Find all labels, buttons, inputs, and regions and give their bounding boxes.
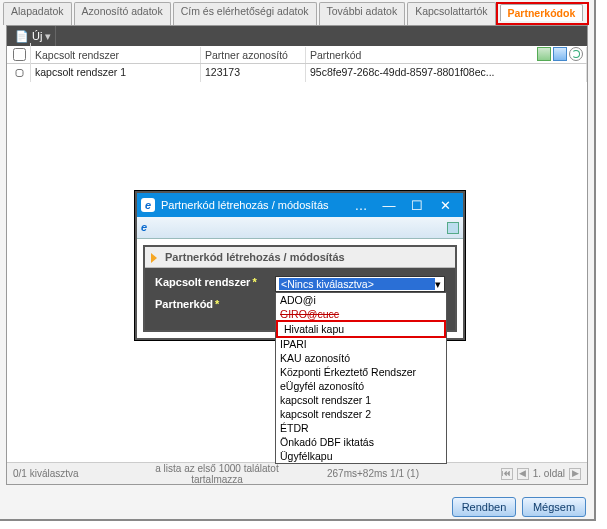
select-all-checkbox[interactable] xyxy=(13,48,26,61)
lock-icon xyxy=(447,222,459,234)
pager-page: 1. oldal xyxy=(533,468,565,479)
option-highlight: Hivatali kapu xyxy=(276,320,446,338)
row-checkbox[interactable] xyxy=(13,69,26,77)
tab-highlight: Partnerkódok xyxy=(496,2,590,25)
status-list-info: a lista az első 1000 találatot tartalmaz… xyxy=(137,463,297,485)
pager-next-icon[interactable]: ▶ xyxy=(569,468,581,480)
header-system[interactable]: Kapcsolt rendszer xyxy=(31,47,201,63)
dropdown-option[interactable]: Önkadó DBF iktatás xyxy=(276,435,446,449)
dropdown-option[interactable]: ADO@i xyxy=(276,293,446,307)
system-selected-value: <Nincs kiválasztva> xyxy=(279,278,435,290)
dropdown-caret-icon: ▾ xyxy=(45,30,51,43)
dropdown-option[interactable]: IPARI xyxy=(276,337,446,351)
dropdown-option[interactable]: ÉTDR xyxy=(276,421,446,435)
refresh-icon[interactable] xyxy=(569,47,583,61)
hide-address-bar-icon[interactable]: … xyxy=(347,195,375,215)
dropdown-option[interactable]: Ügyfélkapu xyxy=(276,449,446,463)
main-window: Alapadatok Azonosító adatok Cím és elérh… xyxy=(0,0,596,521)
system-dropdown: ADO@iGIRO@cuccHivatali kapuIPARIKAU azon… xyxy=(275,292,447,464)
modal-inner-title: Partnerkód létrehozás / módosítás xyxy=(145,247,455,268)
list-toolbar: 📄 Új ▾ xyxy=(7,26,587,46)
status-bar: 0/1 kiválasztva a lista az első 1000 tal… xyxy=(7,462,587,484)
export-icon[interactable] xyxy=(537,47,551,61)
tab-tovabbi[interactable]: További adatok xyxy=(319,2,406,25)
dropdown-option[interactable]: Hivatali kapu xyxy=(280,322,442,336)
pager-prev-icon[interactable]: ◀ xyxy=(517,468,529,480)
partnercode-modal: e Partnerkód létrehozás / módosítás … — … xyxy=(135,191,465,340)
dropdown-option[interactable]: Központi Érkeztető Rendszer xyxy=(276,365,446,379)
header-partner-id[interactable]: Partner azonosító xyxy=(201,47,306,63)
modal-form: Kapcsolt rendszer* <Nincs kiválasztva> ▾… xyxy=(145,268,455,330)
system-select[interactable]: <Nincs kiválasztva> ▾ ADO@iGIRO@cuccHiva… xyxy=(275,276,445,292)
maximize-icon[interactable]: ☐ xyxy=(403,195,431,215)
modal-inner: Partnerkód létrehozás / módosítás Kapcso… xyxy=(143,245,457,332)
tab-alapadatok[interactable]: Alapadatok xyxy=(3,2,72,25)
dropdown-option[interactable]: GIRO@cucc xyxy=(276,307,446,321)
dropdown-option[interactable]: kapcsolt rendszer 2 xyxy=(276,407,446,421)
modal-toolbar: e xyxy=(137,217,463,239)
ie-icon: e xyxy=(141,198,155,212)
tab-strip: Alapadatok Azonosító adatok Cím és elérh… xyxy=(0,0,594,25)
pager: ⏮ ◀ 1. oldal ▶ xyxy=(487,468,587,480)
ok-button[interactable]: Rendben xyxy=(452,497,516,517)
bottom-buttons: Rendben Mégsem xyxy=(452,497,586,517)
dropdown-option[interactable]: kapcsolt rendszer 1 xyxy=(276,393,446,407)
dropdown-option[interactable]: KAU azonosító xyxy=(276,351,446,365)
tab-kapcsolattartok[interactable]: Kapcsolattartók xyxy=(407,2,495,25)
new-label: Új xyxy=(32,30,42,42)
header-checkbox[interactable] xyxy=(7,43,31,66)
row-partner-code: 95c8fe97-268c-49dd-8597-8801f08ec... xyxy=(306,64,587,82)
modal-title: Partnerkód létrehozás / módosítás xyxy=(161,199,347,211)
table-row[interactable]: kapcsolt rendszer 1 123173 95c8fe97-268c… xyxy=(7,64,587,82)
pager-first-icon[interactable]: ⏮ xyxy=(501,468,513,480)
dropdown-option[interactable]: eÜgyfél azonosító xyxy=(276,379,446,393)
columns-icon[interactable] xyxy=(553,47,567,61)
status-timing: 267ms+82ms 1/1 (1) xyxy=(297,468,487,479)
label-system: Kapcsolt rendszer* xyxy=(155,276,275,288)
row-partner-id: 123173 xyxy=(201,64,306,82)
tab-cim[interactable]: Cím és elérhetőségi adatok xyxy=(173,2,317,25)
minimize-icon[interactable]: — xyxy=(375,195,403,215)
label-partnercode: Partnerkód* xyxy=(155,298,275,310)
tab-azonosito[interactable]: Azonosító adatok xyxy=(74,2,171,25)
system-select-display[interactable]: <Nincs kiválasztva> ▾ xyxy=(275,276,445,292)
close-icon[interactable]: ✕ xyxy=(431,195,459,215)
chevron-down-icon: ▾ xyxy=(435,278,441,290)
table-header: Kapcsolt rendszer Partner azonosító Part… xyxy=(7,46,587,64)
cancel-button[interactable]: Mégsem xyxy=(522,497,586,517)
page-icon: 📄 xyxy=(15,30,29,43)
ie-small-icon: e xyxy=(141,221,155,235)
row-system: kapcsolt rendszer 1 xyxy=(31,64,201,82)
content-area: 📄 Új ▾ Kapcsolt rendszer Partner azonosí… xyxy=(6,25,588,485)
status-selection: 0/1 kiválasztva xyxy=(7,468,137,479)
tab-partnerkodok[interactable]: Partnerkódok xyxy=(500,4,584,21)
modal-titlebar[interactable]: e Partnerkód létrehozás / módosítás … — … xyxy=(137,193,463,217)
header-action-icons xyxy=(537,47,583,61)
